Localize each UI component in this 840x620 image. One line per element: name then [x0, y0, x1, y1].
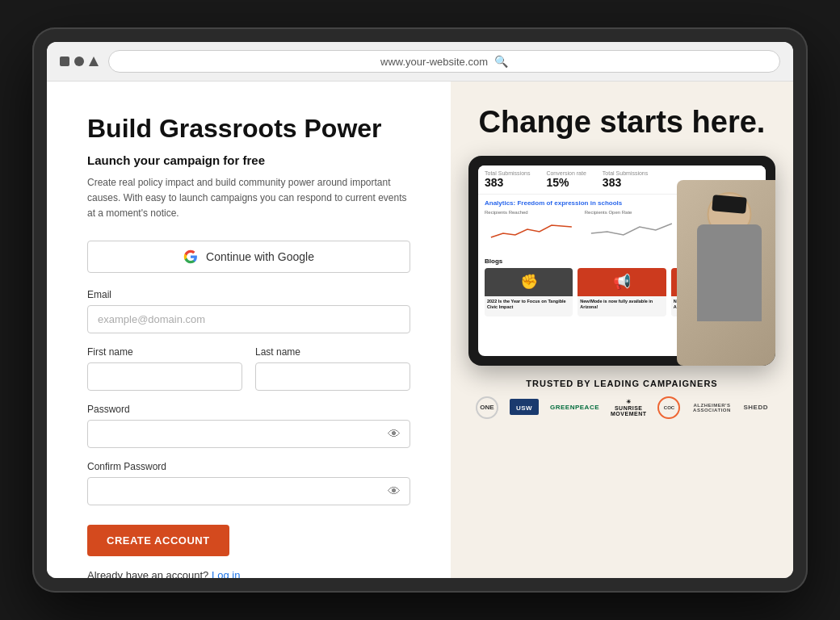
logo-greenpeace: GREENPEACE — [550, 404, 599, 411]
stat-box-1: Total Submissions 383 — [485, 170, 530, 189]
lastname-field[interactable] — [255, 362, 410, 391]
browser-chrome: www.your-website.com 🔍 — [47, 42, 793, 82]
chart-recipients: Recipients Reached — [485, 210, 578, 245]
blog-card-2-img: 📢 — [578, 268, 666, 296]
logo-usw: USW — [510, 399, 539, 417]
signin-text: Already have an account? — [87, 569, 208, 578]
dot-square-icon — [60, 57, 69, 66]
logo-one: ONE — [476, 396, 498, 419]
logo-sunrise: ☀ SUNRISE MOVEMENT — [611, 399, 646, 417]
google-icon — [183, 249, 198, 264]
chart-open-rate: Recipients Open Rate — [585, 210, 678, 245]
address-bar[interactable]: www.your-website.com 🔍 — [108, 50, 780, 73]
logo-shedd: Shedd — [743, 404, 768, 411]
dot-triangle-icon — [89, 57, 99, 66]
lastname-group: Last name — [255, 346, 410, 391]
description: Create real policy impact and build comm… — [87, 175, 410, 222]
blog-card-1: ✊ 2022 Is the Year to Focus on Tangible … — [485, 268, 573, 316]
name-row: First name Last name — [87, 346, 410, 391]
person-overlay — [677, 180, 775, 366]
browser-dots — [60, 57, 99, 66]
blog-card-2: 📢 New/Mode is now fully available in Ari… — [578, 268, 666, 316]
password-wrapper: 👁 — [87, 420, 410, 448]
person-hair — [712, 195, 747, 214]
password-group: Password 👁 — [87, 404, 410, 448]
blog-card-1-img: ✊ — [485, 268, 573, 296]
password-label: Password — [87, 404, 410, 415]
usw-logo-svg: USW — [510, 399, 539, 415]
confirm-password-wrapper: 👁 — [87, 477, 410, 505]
google-signin-button[interactable]: Continue with Google — [87, 241, 410, 273]
svg-text:USW: USW — [516, 404, 532, 412]
dot-circle-icon — [74, 57, 84, 66]
person-silhouette — [677, 180, 775, 366]
email-label: Email — [87, 289, 410, 300]
stat2-value: 15% — [546, 176, 586, 189]
stat-box-3: Total Submissions 383 — [603, 170, 648, 189]
hero-title: Change starts here. — [479, 106, 766, 140]
lastname-label: Last name — [255, 346, 410, 358]
left-panel: Build Grassroots Power Launch your campa… — [47, 82, 451, 578]
stat3-label: Total Submissions — [603, 170, 648, 176]
password-field[interactable] — [87, 420, 410, 448]
trusted-section: TRUSTED BY LEADING CAMPAIGNERS ONE USW G… — [467, 379, 777, 419]
browser-content: Build Grassroots Power Launch your campa… — [47, 82, 793, 578]
firstname-group: First name — [87, 346, 242, 391]
stat-box-2: Conversion rate 15% — [546, 170, 586, 189]
chart2-svg — [585, 217, 678, 241]
email-group: Email — [87, 289, 410, 333]
blog-card-2-text: New/Mode is now fully available in Arizo… — [578, 296, 666, 312]
logo-color-of-change: COC — [657, 396, 680, 419]
logos-row: ONE USW GREENPEACE ☀ SUNRISE MOVEMENT — [467, 396, 777, 419]
device-frame: www.your-website.com 🔍 Build Grassroots … — [32, 27, 808, 593]
stat3-value: 383 — [603, 176, 648, 189]
signin-link[interactable]: Log in — [212, 569, 240, 578]
subtitle: Launch your campaign for free — [87, 153, 410, 167]
firstname-field[interactable] — [87, 362, 242, 391]
page-title: Build Grassroots Power — [87, 114, 410, 144]
confirm-password-group: Confirm Password 👁 — [87, 461, 410, 505]
create-account-button[interactable]: CREATE ACCOUNT — [87, 525, 229, 556]
stat1-value: 383 — [485, 176, 530, 189]
email-field[interactable] — [87, 305, 410, 333]
google-btn-label: Continue with Google — [206, 250, 314, 263]
blog-card-1-text: 2022 Is the Year to Focus on Tangible Ci… — [485, 296, 573, 312]
trusted-title: TRUSTED BY LEADING CAMPAIGNERS — [467, 379, 777, 388]
browser-window: www.your-website.com 🔍 Build Grassroots … — [47, 42, 793, 578]
person-body — [697, 224, 762, 321]
firstname-label: First name — [87, 346, 242, 358]
search-icon: 🔍 — [494, 55, 508, 68]
confirm-label: Confirm Password — [87, 461, 410, 472]
url-text: www.your-website.com — [380, 56, 488, 68]
chart1-title: Recipients Reached — [485, 210, 578, 215]
chart2-title: Recipients Open Rate — [585, 210, 678, 215]
stat2-label: Conversion rate — [546, 170, 586, 176]
confirm-toggle-icon[interactable]: 👁 — [388, 484, 401, 499]
right-panel: Change starts here. Total Submissions 38… — [451, 82, 793, 578]
logo-alzheimers: ALZHEIMER'S ASSOCIATION — [691, 403, 732, 413]
stat1-label: Total Submissions — [485, 170, 530, 176]
tablet-mockup: Total Submissions 383 Conversion rate 15… — [468, 156, 775, 366]
confirm-password-field[interactable] — [87, 477, 410, 505]
signin-row: Already have an account? Log in — [87, 569, 410, 578]
password-toggle-icon[interactable]: 👁 — [388, 427, 401, 442]
chart1-svg — [485, 217, 578, 241]
